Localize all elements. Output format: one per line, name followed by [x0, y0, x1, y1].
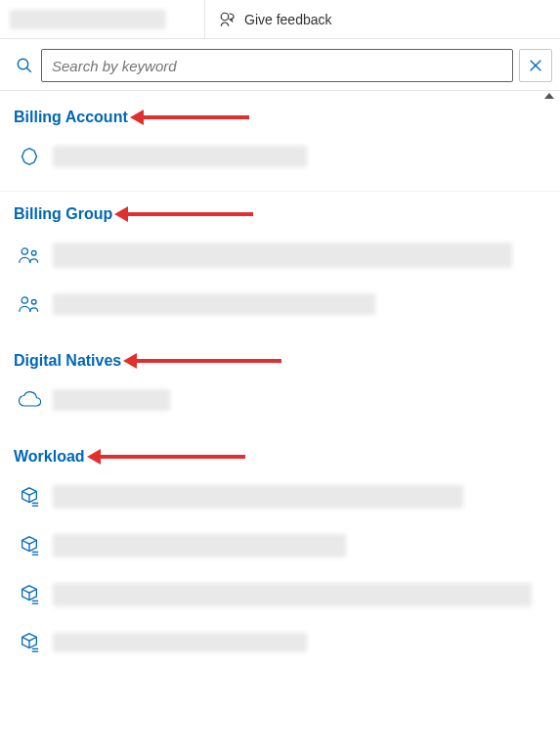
list-item[interactable] — [14, 140, 550, 173]
billing-account-icon — [18, 147, 41, 166]
section-label: Billing Group — [14, 205, 112, 223]
list-item[interactable] — [14, 288, 550, 321]
clear-search-button[interactable] — [519, 49, 552, 82]
svg-point-7 — [31, 250, 36, 255]
svg-marker-5 — [22, 149, 37, 165]
list-item[interactable] — [14, 237, 550, 274]
redacted-block — [10, 10, 166, 29]
workload-icon — [18, 632, 41, 653]
redacted-block — [53, 146, 307, 167]
annotation-arrow — [142, 115, 249, 119]
workload-icon — [18, 535, 41, 556]
billing-group-icon — [18, 245, 41, 265]
annotation-arrow — [126, 212, 253, 216]
scroll-up-indicator — [544, 93, 554, 99]
section-header-workload[interactable]: Workload — [14, 448, 550, 466]
workload-icon — [18, 584, 41, 605]
svg-point-8 — [22, 297, 27, 303]
section-header-digital-natives[interactable]: Digital Natives — [14, 352, 550, 370]
list-item[interactable] — [14, 626, 550, 659]
section-label: Digital Natives — [14, 352, 121, 370]
give-feedback-button[interactable]: Give feedback — [205, 0, 346, 38]
svg-point-6 — [22, 248, 27, 254]
annotation-arrow — [135, 359, 281, 363]
close-icon — [528, 58, 543, 73]
redacted-block — [53, 243, 512, 268]
svg-point-9 — [31, 299, 36, 304]
give-feedback-label: Give feedback — [244, 12, 332, 27]
redacted-block — [53, 389, 170, 411]
section-header-billing-account[interactable]: Billing Account — [14, 109, 550, 126]
redacted-block — [53, 293, 375, 315]
topbar-left-redacted — [0, 0, 205, 38]
list-item[interactable] — [14, 383, 550, 417]
list-item[interactable] — [14, 577, 550, 612]
svg-point-0 — [221, 13, 229, 21]
list-item[interactable] — [14, 528, 550, 563]
section-label: Billing Account — [14, 109, 128, 126]
redacted-block — [53, 485, 463, 509]
redacted-block — [53, 534, 346, 557]
search-box[interactable] — [41, 49, 513, 82]
billing-group-icon — [18, 294, 41, 314]
workload-icon — [18, 486, 41, 508]
svg-line-2 — [26, 67, 31, 72]
redacted-block — [53, 583, 532, 606]
cloud-icon — [18, 391, 41, 409]
feedback-icon — [219, 11, 237, 28]
search-icon — [14, 57, 35, 74]
section-label: Workload — [14, 448, 85, 466]
redacted-block — [53, 633, 307, 652]
search-input[interactable] — [52, 58, 502, 74]
annotation-arrow — [99, 455, 245, 459]
section-header-billing-group[interactable]: Billing Group — [14, 205, 550, 223]
svg-point-1 — [18, 59, 28, 69]
list-item[interactable] — [14, 479, 550, 514]
